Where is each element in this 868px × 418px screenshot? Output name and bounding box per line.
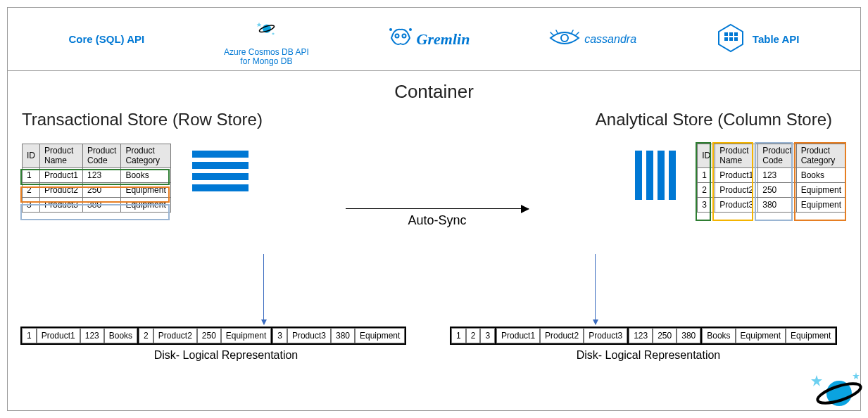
svg-marker-18 <box>811 375 822 386</box>
svg-rect-10 <box>724 32 728 36</box>
api-cosmos-mongo: Azure Cosmos DB API for Mongo DB <box>224 12 309 66</box>
row-disk-rep: 1Product1123Books2Product2250Equipment3P… <box>22 328 430 362</box>
disk-cell: 250 <box>653 328 677 343</box>
table-row: 2Product2250Equipment <box>698 183 846 198</box>
svg-rect-15 <box>734 37 738 41</box>
disk-cell: Product3 <box>584 328 627 343</box>
disk-segment: 123 <box>451 328 495 343</box>
col-table: ID ProductName ProductCode ProductCatego… <box>697 144 846 213</box>
auto-sync-label: Auto-Sync <box>346 213 529 228</box>
container-title: Container <box>8 81 860 103</box>
api-gremlin: Gremlin <box>389 25 470 53</box>
row-table-wrap: ID ProductName ProductCode ProductCatego… <box>22 144 171 213</box>
api-core-sql: Core (SQL) API <box>68 33 144 45</box>
right-connector <box>595 254 596 324</box>
svg-rect-11 <box>729 32 733 36</box>
th-code: ProductCode <box>758 144 796 168</box>
disk-cell: 1 <box>22 328 37 343</box>
api-core-label: Core (SQL) API <box>68 33 144 45</box>
col-disk-rep: 123Product1Product2Product3123250380Book… <box>451 328 845 362</box>
disk-cell: Product3 <box>287 328 331 343</box>
row-bars-icon <box>192 151 249 191</box>
svg-rect-13 <box>724 37 728 41</box>
th-cat: ProductCategory <box>121 144 170 168</box>
eye-icon <box>549 30 580 49</box>
disk-cell: Equipment <box>736 328 786 343</box>
th-code: ProductCode <box>83 144 121 168</box>
analytical-title: Analytical Store (Column Store) <box>438 110 846 129</box>
api-cassandra-label: cassandra <box>584 33 636 46</box>
disk-cell: 380 <box>677 328 700 343</box>
gremlin-icon <box>389 25 413 53</box>
disk-cell: Books <box>104 328 137 343</box>
table-row: 3Product3380Equipment <box>698 198 846 213</box>
col-disk-label: Disk- Logical Representation <box>451 349 845 362</box>
disk-cell: Product2 <box>153 328 197 343</box>
disk-segment: 3Product3380Equipment <box>272 328 405 343</box>
disk-cell: Equipment <box>355 328 405 343</box>
diagram-frame: Core (SQL) API Azure Cosmos DB API for M… <box>7 7 861 411</box>
table-row: 1Product1123Books <box>23 168 171 183</box>
disk-cell: 2 <box>139 328 153 343</box>
disk-cell: 1 <box>451 328 466 343</box>
disk-cell: 123 <box>80 328 104 343</box>
disk-cell: Equipment <box>221 328 271 343</box>
table-row: 3Product3380Equipment <box>23 198 171 213</box>
api-cosmos-line2: for Mongo DB <box>224 57 309 66</box>
arrow-line-icon <box>346 208 529 209</box>
transactional-title: Transactional Store (Row Store) <box>22 110 430 129</box>
svg-point-7 <box>409 28 412 31</box>
api-table-label: Table API <box>753 33 800 45</box>
disk-segment: 2Product2250Equipment <box>139 328 271 343</box>
row-disk-label: Disk- Logical Representation <box>22 349 430 362</box>
svg-marker-3 <box>272 32 275 35</box>
api-row: Core (SQL) API Azure Cosmos DB API for M… <box>8 8 860 71</box>
disk-segment: 123250380 <box>629 328 700 343</box>
svg-rect-12 <box>734 32 738 36</box>
th-name: ProductName <box>40 144 83 168</box>
disk-cell: Equipment <box>786 328 836 343</box>
disk-segment: BooksEquipmentEquipment <box>702 328 836 343</box>
svg-rect-14 <box>729 37 733 41</box>
auto-sync-arrow: Auto-Sync <box>346 208 529 228</box>
svg-point-6 <box>389 28 392 31</box>
transactional-store: Transactional Store (Row Store) ID Produ… <box>22 110 430 213</box>
col-table-wrap: ID ProductName ProductCode ProductCatego… <box>697 144 846 213</box>
disk-cell: 380 <box>331 328 355 343</box>
th-name: ProductName <box>715 144 758 168</box>
disk-cell: 3 <box>480 328 495 343</box>
svg-point-5 <box>402 34 405 37</box>
disk-cell: Books <box>702 328 735 343</box>
api-table: Table API <box>716 23 800 55</box>
th-cat: ProductCategory <box>796 144 845 168</box>
svg-point-4 <box>395 34 398 37</box>
th-id: ID <box>698 144 715 168</box>
disk-cell: Product1 <box>37 328 80 343</box>
api-gremlin-label: Gremlin <box>417 30 470 49</box>
table-row: 1Product1123Books <box>698 168 846 183</box>
disk-cell: Product1 <box>496 328 540 343</box>
disk-cell: 250 <box>197 328 221 343</box>
disk-cell: 3 <box>272 328 287 343</box>
svg-marker-19 <box>853 372 860 379</box>
col-bars-icon <box>635 151 676 200</box>
svg-marker-2 <box>257 23 262 27</box>
disk-cell: Product2 <box>540 328 584 343</box>
disk-segment: 1Product1123Books <box>22 328 137 343</box>
disk-cell: 2 <box>466 328 481 343</box>
planet-icon <box>807 369 863 414</box>
planet-icon <box>256 20 277 37</box>
api-cassandra: cassandra <box>549 30 636 49</box>
stores-row: Transactional Store (Row Store) ID Produ… <box>8 110 860 213</box>
svg-point-8 <box>561 34 568 42</box>
disk-cell: 123 <box>629 328 653 343</box>
left-connector <box>263 254 264 324</box>
disk-segment: Product1Product2Product3 <box>496 328 627 343</box>
col-disk-cells: 123Product1Product2Product3123250380Book… <box>451 328 845 343</box>
table-row: 2Product2250Equipment <box>23 183 171 198</box>
row-disk-cells: 1Product1123Books2Product2250Equipment3P… <box>22 328 430 343</box>
th-id: ID <box>23 144 40 168</box>
hexagon-table-icon <box>716 23 746 55</box>
row-table: ID ProductName ProductCode ProductCatego… <box>22 144 171 213</box>
analytical-store: Analytical Store (Column Store) ID Produ… <box>438 110 846 213</box>
